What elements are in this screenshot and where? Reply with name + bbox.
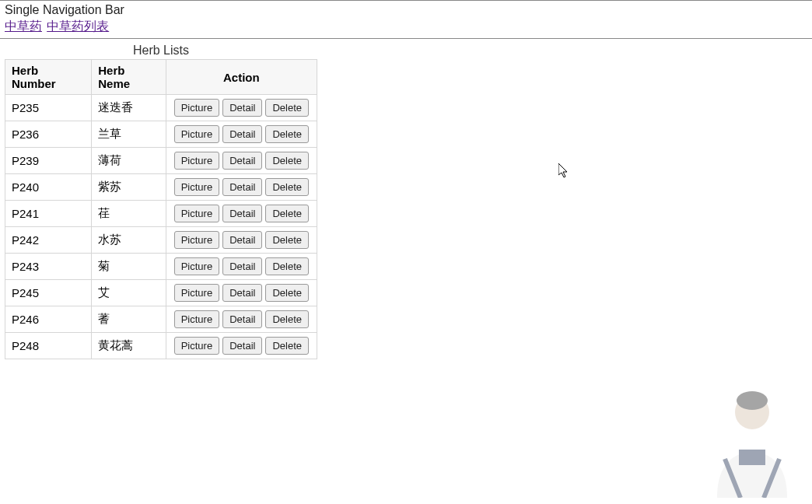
cell-herb-number: P239 (5, 148, 92, 174)
nav-link-herb-list[interactable]: 中草药列表 (47, 19, 109, 33)
table-header-row: Herb Number Herb Neme Action (5, 60, 317, 95)
detail-button[interactable]: Detail (222, 310, 262, 328)
detail-button[interactable]: Detail (222, 337, 262, 355)
cell-herb-number: P243 (5, 254, 92, 280)
table-row: P243菊PictureDetailDelete (5, 254, 317, 280)
cell-action: PictureDetailDelete (166, 174, 317, 201)
delete-button[interactable]: Delete (265, 125, 309, 143)
cell-action: PictureDetailDelete (166, 333, 317, 359)
cell-herb-name: 黄花蒿 (92, 333, 166, 359)
cell-herb-number: P246 (5, 306, 92, 333)
cell-herb-number: P242 (5, 227, 92, 254)
table-row: P240紫苏PictureDetailDelete (5, 174, 317, 201)
cell-action: PictureDetailDelete (166, 280, 317, 306)
cell-action: PictureDetailDelete (166, 95, 317, 121)
cell-herb-number: P235 (5, 95, 92, 121)
col-herb-number: Herb Number (5, 60, 92, 95)
delete-button[interactable]: Delete (265, 284, 309, 302)
cell-herb-name: 蓍 (92, 306, 166, 333)
cell-action: PictureDetailDelete (166, 201, 317, 227)
delete-button[interactable]: Delete (265, 310, 309, 328)
detail-button[interactable]: Detail (222, 178, 262, 196)
cell-herb-name: 水苏 (92, 227, 166, 254)
detail-button[interactable]: Detail (222, 152, 262, 170)
herb-table: Herb Lists Herb Number Herb Neme Action … (5, 44, 317, 359)
cell-action: PictureDetailDelete (166, 148, 317, 174)
table-row: P246蓍PictureDetailDelete (5, 306, 317, 333)
cell-herb-name: 紫苏 (92, 174, 166, 201)
detail-button[interactable]: Detail (222, 231, 262, 249)
svg-point-1 (737, 391, 768, 410)
detail-button[interactable]: Detail (222, 205, 262, 222)
cell-action: PictureDetailDelete (166, 254, 317, 280)
picture-button[interactable]: Picture (174, 152, 219, 170)
table-row: P242水苏PictureDetailDelete (5, 227, 317, 254)
delete-button[interactable]: Delete (265, 152, 309, 170)
cell-herb-number: P245 (5, 280, 92, 306)
picture-button[interactable]: Picture (174, 125, 219, 143)
table-row: P235迷迭香PictureDetailDelete (5, 95, 317, 121)
table-row: P245艾PictureDetailDelete (5, 280, 317, 306)
navigation-bar: Single Navigation Bar 中草药 中草药列表 (0, 0, 812, 39)
presenter-avatar (709, 381, 795, 498)
cell-herb-number: P240 (5, 174, 92, 201)
delete-button[interactable]: Delete (265, 178, 309, 196)
detail-button[interactable]: Detail (222, 284, 262, 302)
table-row: P248黄花蒿PictureDetailDelete (5, 333, 317, 359)
picture-button[interactable]: Picture (174, 178, 219, 196)
picture-button[interactable]: Picture (174, 284, 219, 302)
nav-link-herbs[interactable]: 中草药 (5, 19, 42, 33)
mouse-cursor-icon (558, 163, 569, 179)
table-row: P236兰草PictureDetailDelete (5, 121, 317, 148)
delete-button[interactable]: Delete (265, 257, 309, 275)
cell-herb-name: 薄荷 (92, 148, 166, 174)
cell-herb-name: 迷迭香 (92, 95, 166, 121)
delete-button[interactable]: Delete (265, 231, 309, 249)
col-herb-name: Herb Neme (92, 60, 166, 95)
table-caption: Herb Lists (5, 44, 317, 59)
cell-herb-name: 菊 (92, 254, 166, 280)
svg-rect-2 (739, 450, 765, 465)
table-row: P241荏PictureDetailDelete (5, 201, 317, 227)
delete-button[interactable]: Delete (265, 337, 309, 355)
nav-title: Single Navigation Bar (5, 3, 807, 17)
picture-button[interactable]: Picture (174, 310, 219, 328)
cell-herb-number: P236 (5, 121, 92, 148)
picture-button[interactable]: Picture (174, 231, 219, 249)
cell-action: PictureDetailDelete (166, 121, 317, 148)
cell-herb-name: 艾 (92, 280, 166, 306)
col-action: Action (166, 60, 317, 95)
nav-links: 中草药 中草药列表 (5, 19, 807, 35)
picture-button[interactable]: Picture (174, 99, 219, 117)
cell-herb-name: 兰草 (92, 121, 166, 148)
picture-button[interactable]: Picture (174, 337, 219, 355)
cell-herb-number: P248 (5, 333, 92, 359)
table-row: P239薄荷PictureDetailDelete (5, 148, 317, 174)
picture-button[interactable]: Picture (174, 205, 219, 222)
cell-herb-number: P241 (5, 201, 92, 227)
picture-button[interactable]: Picture (174, 257, 219, 275)
cell-action: PictureDetailDelete (166, 227, 317, 254)
detail-button[interactable]: Detail (222, 99, 262, 117)
cell-action: PictureDetailDelete (166, 306, 317, 333)
detail-button[interactable]: Detail (222, 257, 262, 275)
cell-herb-name: 荏 (92, 201, 166, 227)
detail-button[interactable]: Detail (222, 125, 262, 143)
delete-button[interactable]: Delete (265, 99, 309, 117)
delete-button[interactable]: Delete (265, 205, 309, 222)
